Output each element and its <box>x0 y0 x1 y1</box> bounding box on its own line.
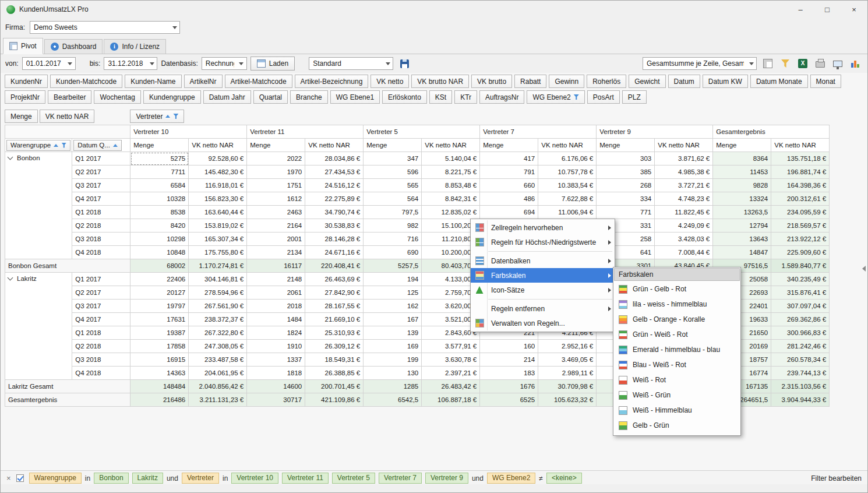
value-cell[interactable]: 26.388,85 € <box>305 367 364 380</box>
submenu-item-grün-gelb-rot[interactable]: Grün - Gelb - Rot <box>613 281 740 297</box>
value-cell[interactable]: 24.671,16 € <box>305 246 364 259</box>
value-cell[interactable]: 167 <box>364 313 422 326</box>
submenu-item-weiß-grün[interactable]: Weiß - Grün <box>613 388 740 403</box>
value-cell[interactable]: 3.630,78 € <box>422 353 480 367</box>
value-cell[interactable]: 281.242,46 € <box>771 340 830 353</box>
row-field-chip-datum-q[interactable]: Datum Q... <box>73 140 122 151</box>
field-chip-bearbeiter[interactable]: Bearbeiter <box>48 90 91 104</box>
submenu-item-lila-weiss-himmelblau[interactable]: lila - weiss - himmelblau <box>613 297 740 312</box>
data-field-chip-vk-netto-nar[interactable]: VK netto NAR <box>40 110 95 123</box>
value-cell[interactable]: 30717 <box>247 393 305 407</box>
value-cell[interactable]: 25.310,93 € <box>305 326 364 340</box>
value-cell[interactable]: 199 <box>364 353 422 367</box>
value-cell[interactable]: 4.985,38 € <box>655 165 713 179</box>
value-cell[interactable]: 6525 <box>480 393 538 407</box>
field-chip-roherlös[interactable]: Roherlös <box>587 75 626 88</box>
value-cell[interactable]: 307.097,04 € <box>771 300 830 313</box>
value-cell[interactable]: 18.549,31 € <box>305 353 364 367</box>
layout-select[interactable]: Standard <box>309 57 393 70</box>
submenu-item-gelb-grün[interactable]: Gelb - Grün <box>613 418 740 433</box>
chevron-down-icon[interactable] <box>746 58 756 69</box>
value-cell[interactable]: 2022 <box>247 152 305 165</box>
value-cell[interactable]: 16117 <box>247 259 305 273</box>
value-cell[interactable]: 300.966,83 € <box>771 326 830 340</box>
field-chip-vk-netto[interactable]: VK netto <box>371 75 409 88</box>
value-cell[interactable]: 139 <box>364 326 422 340</box>
value-cell[interactable]: 5.140,04 € <box>422 152 480 165</box>
value-cell[interactable]: 68002 <box>130 259 189 273</box>
value-cell[interactable]: 19387 <box>130 326 189 340</box>
value-cell[interactable]: 247.308,05 € <box>189 340 247 353</box>
value-cell[interactable]: 20127 <box>130 286 189 300</box>
filter-field-chip-wg-ebene2[interactable]: WG Ebene2 <box>487 473 535 484</box>
value-cell[interactable]: 200.701,45 € <box>305 380 364 393</box>
value-cell[interactable]: 10298 <box>130 233 189 246</box>
chevron-down-icon[interactable] <box>147 58 157 69</box>
value-cell[interactable]: 16915 <box>130 353 189 367</box>
value-cell[interactable]: 267.322,80 € <box>189 326 247 340</box>
value-cell[interactable]: 347 <box>364 152 422 165</box>
value-cell[interactable]: 11.822,45 € <box>655 206 713 219</box>
menu-item-farbskalen[interactable]: Farbskalen <box>471 268 615 283</box>
value-cell[interactable]: 12794 <box>713 219 771 233</box>
value-cell[interactable]: 13324 <box>713 192 771 206</box>
field-chip-vk-brutto[interactable]: VK brutto <box>471 75 512 88</box>
value-cell[interactable]: 2.989,11 € <box>538 367 597 380</box>
value-cell[interactable]: 1676 <box>480 380 538 393</box>
field-chip-artikel-matchcode[interactable]: Artikel-Matchcode <box>225 75 292 88</box>
value-cell[interactable]: 7.622,88 € <box>538 192 597 206</box>
value-cell[interactable]: 220.408,41 € <box>305 259 364 273</box>
presentation-button[interactable] <box>830 57 845 71</box>
value-cell[interactable]: 1285 <box>364 380 422 393</box>
submenu-item-weiß-himmelblau[interactable]: Weiß - Himmelblau <box>613 403 740 418</box>
value-cell[interactable]: 660 <box>480 179 538 192</box>
value-cell[interactable]: 6542,5 <box>364 393 422 407</box>
value-cell[interactable]: 771 <box>597 206 655 219</box>
value-cell[interactable]: 12.835,02 € <box>422 206 480 219</box>
field-chip-quartal[interactable]: Quartal <box>253 90 288 104</box>
data-field-chip-menge[interactable]: Menge <box>5 110 38 123</box>
value-cell[interactable]: 175.755,80 € <box>189 246 247 259</box>
value-cell[interactable]: 2164 <box>247 219 305 233</box>
value-cell[interactable]: 213.922,12 € <box>771 233 830 246</box>
value-cell[interactable]: 163.640,44 € <box>189 206 247 219</box>
value-cell[interactable]: 11453 <box>713 165 771 179</box>
value-cell[interactable]: 125 <box>364 286 422 300</box>
value-cell[interactable]: 1337 <box>247 353 305 367</box>
value-cell[interactable]: 194 <box>364 273 422 286</box>
value-cell[interactable]: 3.428,03 € <box>655 233 713 246</box>
value-cell[interactable]: 797,5 <box>364 206 422 219</box>
filter-value-chip-vertreter-5[interactable]: Vertreter 5 <box>332 473 375 484</box>
value-cell[interactable]: 183 <box>480 367 538 380</box>
value-cell[interactable]: 486 <box>480 192 538 206</box>
value-cell[interactable]: 417 <box>480 152 538 165</box>
field-chip-kst[interactable]: KSt <box>429 90 452 104</box>
menu-item-datenbalken[interactable]: Datenbalken <box>471 253 615 268</box>
datenbasis-select[interactable]: Rechnung ... <box>202 57 247 70</box>
field-chip-auftragsnr[interactable]: AuftragsNr <box>479 90 524 104</box>
value-cell[interactable]: 14847 <box>713 246 771 259</box>
filter-value-chip-vertreter-10[interactable]: Vertreter 10 <box>231 473 278 484</box>
value-cell[interactable]: 164.398,36 € <box>771 179 830 192</box>
value-cell[interactable]: 3.211.131,23 € <box>189 393 247 407</box>
menu-item-regeln-für-höchst-niedrigstwerte[interactable]: Regeln für Höchst-/Niedrigstwerte <box>471 235 615 249</box>
value-cell[interactable]: 8420 <box>130 219 189 233</box>
value-cell[interactable]: 19797 <box>130 300 189 313</box>
close-button[interactable]: × <box>841 1 867 18</box>
value-cell[interactable]: 22.275,89 € <box>305 192 364 206</box>
field-chip-branche[interactable]: Branche <box>290 90 328 104</box>
value-cell[interactable]: 3.469,05 € <box>538 353 597 367</box>
value-cell[interactable]: 234.095,59 € <box>771 206 830 219</box>
value-cell[interactable]: 565 <box>364 179 422 192</box>
value-cell[interactable]: 303 <box>597 152 655 165</box>
value-cell[interactable]: 105.623,32 € <box>538 393 597 407</box>
print-button[interactable] <box>813 57 828 71</box>
field-chip-kunden-matchcode[interactable]: Kunden-Matchcode <box>50 75 122 88</box>
maximize-button[interactable]: □ <box>814 1 841 18</box>
value-cell[interactable]: 160 <box>480 340 538 353</box>
menu-item-regeln-entfernen[interactable]: Regeln entfernen <box>471 301 615 316</box>
value-cell[interactable]: 3.727,21 € <box>655 179 713 192</box>
value-cell[interactable]: 2463 <box>247 206 305 219</box>
pivot-layout-button[interactable] <box>760 57 775 71</box>
value-cell[interactable]: 11.006,94 € <box>538 206 597 219</box>
